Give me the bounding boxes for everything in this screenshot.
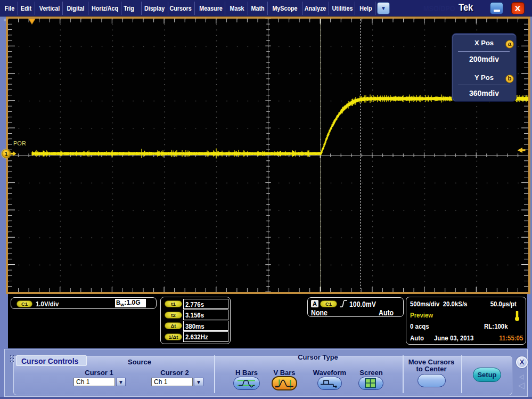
svg-text:1: 1 (4, 151, 8, 157)
